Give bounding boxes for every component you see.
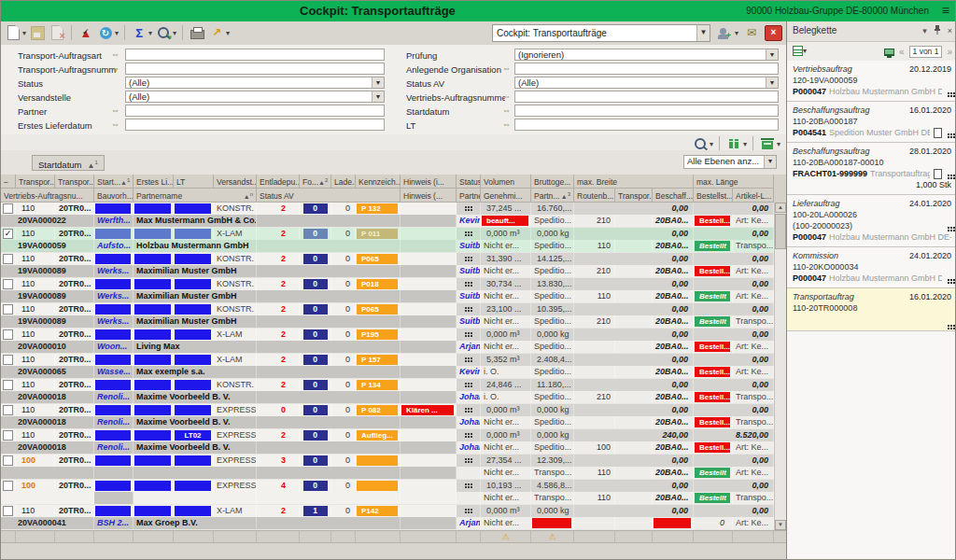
column-header[interactable]: Hinweis (... bbox=[401, 189, 457, 203]
status-icon[interactable] bbox=[465, 282, 467, 284]
column-header[interactable]: Bestellst... bbox=[694, 189, 733, 203]
add-favorite-icon[interactable]: + bbox=[715, 24, 732, 41]
chevron-down-icon[interactable]: ▼ bbox=[696, 25, 710, 41]
status-icon[interactable] bbox=[465, 433, 467, 435]
chevron-down-icon[interactable]: ▼ bbox=[766, 77, 778, 88]
column-header[interactable]: Hinweis (i... bbox=[401, 175, 457, 189]
dots-icon[interactable] bbox=[948, 92, 949, 94]
multi-select-icon[interactable]: ⇔ bbox=[502, 105, 511, 115]
table-row-sub[interactable]: 20VA000018Renoli...Maxime Voorbeeld B. V… bbox=[1, 441, 774, 454]
table-row-sub[interactable]: 19VA000089Werks...Maximilian Muster GmbH… bbox=[1, 315, 774, 328]
column-header[interactable]: Partnern... bbox=[457, 189, 481, 203]
chevron-down-icon[interactable]: ▾ bbox=[922, 26, 927, 35]
row-checkbox[interactable]: ✓ bbox=[3, 229, 13, 239]
nav-next-icon[interactable]: » bbox=[947, 47, 952, 57]
row-checkbox[interactable] bbox=[3, 279, 13, 289]
group-chip-startdatum[interactable]: Startdatum▲1 bbox=[32, 155, 105, 171]
close-button[interactable]: × bbox=[765, 25, 782, 41]
column-header[interactable]: Beschaff... bbox=[653, 189, 694, 203]
pin-icon[interactable] bbox=[934, 25, 941, 36]
column-header[interactable]: Status bbox=[457, 175, 481, 189]
chevron-down-icon[interactable]: ▾ bbox=[743, 140, 747, 148]
menu-icon[interactable]: ≡ bbox=[942, 3, 949, 18]
table-row-main[interactable]: 10020TR0...EXPRESS30027,354 ...12.309,..… bbox=[1, 455, 774, 467]
chevron-down-icon[interactable]: ▾ bbox=[226, 29, 230, 37]
column-header[interactable]: Transpor... bbox=[55, 175, 94, 189]
status-icon[interactable] bbox=[465, 307, 467, 309]
monitor-icon[interactable] bbox=[884, 49, 894, 56]
table-row-main[interactable]: 11020TR0...KONSTR.200P06523,100 ...10.39… bbox=[1, 303, 774, 315]
status-icon[interactable] bbox=[465, 458, 467, 460]
row-checkbox[interactable] bbox=[3, 506, 13, 516]
column-header[interactable]: Lade... bbox=[331, 175, 356, 189]
multi-select-icon[interactable]: ⇔ bbox=[502, 63, 511, 73]
column-header[interactable]: − bbox=[1, 175, 16, 189]
row-checkbox[interactable] bbox=[3, 254, 13, 264]
row-checkbox[interactable] bbox=[3, 430, 13, 441]
row-checkbox[interactable] bbox=[3, 481, 13, 491]
table-row-main[interactable]: 11020TR0...KONSTR.200P 13237,245 ...16.7… bbox=[1, 203, 774, 215]
document-icon[interactable] bbox=[934, 128, 942, 138]
table-row-main[interactable]: 11020TR0...LT02EXPRESS200Auflieg...0,000… bbox=[1, 429, 774, 441]
table-row-main[interactable]: ✓11020TR0...X-LAM200P 0110,000 m³0,000 k… bbox=[1, 228, 774, 240]
column-header[interactable]: max. Breite bbox=[574, 175, 694, 189]
chevron-down-icon[interactable]: ▼ bbox=[766, 49, 778, 60]
table-row-sub[interactable]: Nicht er...Transpo...11020BA0...Bestellt… bbox=[1, 467, 774, 479]
table-row-sub[interactable]: 20VA000065Wasse...Max exemple s.a.Kevin … bbox=[1, 366, 774, 378]
row-checkbox[interactable] bbox=[3, 329, 13, 340]
belegkette-entry[interactable]: Kommission24.01.2020110-20KO000034P00004… bbox=[787, 247, 956, 288]
dots-icon[interactable] bbox=[948, 325, 949, 327]
status-icon[interactable] bbox=[465, 509, 467, 511]
chevron-down-icon[interactable]: ▾ bbox=[777, 140, 780, 148]
table-row-sub[interactable]: Nicht er...Transpo...11020BA0...Bestellt… bbox=[1, 492, 774, 504]
cockpit-combobox[interactable]: Cockpit: Transportaufträge ▼ bbox=[492, 24, 710, 42]
chevron-down-icon[interactable]: ▾ bbox=[735, 29, 738, 37]
row-checkbox[interactable] bbox=[3, 405, 13, 415]
status-icon[interactable] bbox=[465, 383, 467, 385]
column-header[interactable]: Entladepu... bbox=[257, 175, 300, 189]
chevron-down-icon[interactable]: ▾ bbox=[115, 29, 119, 37]
status-icon[interactable] bbox=[465, 257, 467, 259]
nav-previous-icon[interactable]: « bbox=[899, 47, 905, 57]
column-header[interactable]: Vertriebs-Auftragsnu... bbox=[1, 189, 94, 203]
table-row-sub[interactable]: 19VA000089Werks...Maximilian Muster GmbH… bbox=[1, 265, 774, 277]
table-row-main[interactable]: 11020TR0...EXPRESS000P 082Klären ...0,00… bbox=[1, 404, 774, 416]
column-header[interactable]: Artikel-L... bbox=[733, 189, 774, 203]
scroll-up-icon[interactable]: ▲ bbox=[775, 203, 786, 213]
row-checkbox[interactable] bbox=[3, 355, 13, 365]
status-icon[interactable] bbox=[465, 231, 467, 233]
column-header[interactable]: Erstes Li... bbox=[134, 175, 174, 189]
status-icon[interactable] bbox=[465, 357, 467, 359]
filter-input[interactable] bbox=[514, 63, 779, 75]
filter-input[interactable] bbox=[514, 119, 779, 131]
dots-icon[interactable] bbox=[948, 279, 949, 281]
document-icon[interactable] bbox=[934, 169, 942, 179]
column-header[interactable]: max. Länge bbox=[694, 175, 774, 189]
status-icon[interactable] bbox=[465, 206, 467, 208]
document-grid-icon[interactable] bbox=[793, 46, 803, 56]
row-checkbox[interactable] bbox=[3, 455, 13, 466]
row-checkbox[interactable] bbox=[3, 203, 13, 214]
close-icon[interactable]: × bbox=[948, 26, 952, 35]
scrollbar-thumb[interactable] bbox=[775, 214, 786, 249]
column-header[interactable]: Genehmi... bbox=[481, 189, 531, 203]
chevron-down-icon[interactable]: ▾ bbox=[803, 47, 807, 55]
filter-input[interactable] bbox=[514, 91, 779, 103]
row-checkbox[interactable] bbox=[3, 380, 13, 390]
column-header[interactable]: Fo...▲2 bbox=[300, 175, 331, 189]
column-header[interactable]: Transpor... bbox=[16, 175, 55, 189]
chevron-down-icon[interactable]: ▾ bbox=[173, 29, 176, 37]
table-row-sub[interactable]: 20VA000041BSH 2...Max Groep B.V.Arjan ..… bbox=[1, 517, 774, 529]
column-header[interactable]: Routenb... bbox=[574, 189, 615, 203]
table-row-main[interactable]: 11020TR0...KONSTR.200P06531,390 ...14.12… bbox=[1, 253, 774, 265]
chevron-down-icon[interactable]: ▼ bbox=[764, 156, 776, 168]
filter-select[interactable]: (Alle)▼ bbox=[514, 77, 779, 89]
message-icon[interactable]: ✉ bbox=[743, 24, 760, 41]
search-table-icon[interactable]: ↘ bbox=[155, 24, 172, 41]
table-row-sub[interactable]: 20VA000018Renoli...Maxime Voorbeeld B. V… bbox=[1, 391, 774, 403]
belegkette-entry[interactable]: Lieferauftrag24.01.2020100-20LA000026(10… bbox=[787, 195, 956, 247]
table-row-main[interactable]: 11020TR0...KONSTR.200P 13424,846 ...11.1… bbox=[1, 379, 774, 391]
table-row-sub[interactable]: 20VA000022Werfth...Max Mustermann GmbH &… bbox=[1, 215, 774, 227]
status-icon[interactable] bbox=[465, 332, 467, 334]
column-header[interactable]: Bauvorh... bbox=[94, 189, 134, 203]
